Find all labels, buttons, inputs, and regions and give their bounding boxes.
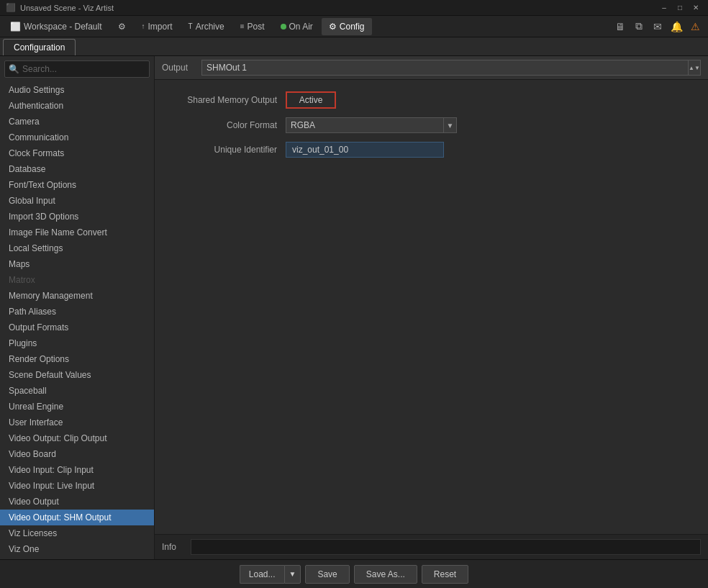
workspace-icon: ⬜ (10, 22, 21, 32)
post-label: Post (247, 22, 264, 32)
import-label: Import (148, 22, 173, 32)
archive-label: Archive (196, 22, 224, 32)
onair-dot-icon (281, 24, 286, 30)
sidebar-item-user-interface[interactable]: User Interface (0, 415, 154, 430)
sidebar-list: Audio Settings Authentication Camera Com… (0, 82, 154, 559)
content-spacer (155, 169, 708, 534)
minimize-button[interactable]: – (658, 3, 671, 13)
search-box: 🔍 (4, 60, 150, 78)
workspace-label: Workspace - Default (24, 22, 102, 32)
load-arrow-button[interactable]: ▼ (284, 565, 301, 584)
sidebar-item-spaceball[interactable]: Spaceball (0, 383, 154, 399)
sidebar-item-video-output[interactable]: Video Output (0, 494, 154, 510)
bell-icon[interactable]: 🔔 (669, 19, 684, 34)
sidebar-item-unreal-engine[interactable]: Unreal Engine (0, 399, 154, 415)
main-layout: 🔍 Audio Settings Authentication Camera C… (0, 56, 708, 559)
color-format-arrow-button[interactable]: ▼ (444, 117, 457, 133)
color-format-row: Color Format RGBA ▼ (169, 117, 694, 133)
sidebar-item-authentication[interactable]: Authentication (0, 98, 154, 114)
output-row: Output SHMOut 1 ▲▼ (155, 56, 708, 80)
color-format-select[interactable]: RGBA (286, 117, 444, 133)
maximize-button[interactable]: □ (673, 3, 686, 13)
shared-memory-row: Shared Memory Output Active (169, 91, 694, 109)
sidebar-item-output-formats[interactable]: Output Formats (0, 320, 154, 335)
unique-identifier-label: Unique Identifier (169, 145, 277, 155)
sidebar-item-database[interactable]: Database (0, 161, 154, 177)
sidebar-item-scene-default-values[interactable]: Scene Default Values (0, 367, 154, 383)
mail-icon[interactable]: ✉ (650, 19, 665, 34)
content-form: Shared Memory Output Active Color Format… (155, 80, 708, 169)
sidebar-item-memory-management[interactable]: Memory Management (0, 288, 154, 304)
info-field (191, 539, 701, 555)
load-button-split: Load... ▼ (240, 565, 301, 584)
unique-identifier-value: viz_out_01_00 (286, 142, 444, 158)
window-controls: – □ ✕ (658, 3, 702, 13)
unique-identifier-row: Unique Identifier viz_out_01_00 (169, 142, 694, 158)
color-format-select-wrapper: RGBA ▼ (286, 117, 457, 133)
sidebar-item-communication[interactable]: Communication (0, 130, 154, 145)
sidebar-item-video-output-clip-output[interactable]: Video Output: Clip Output (0, 430, 154, 446)
save-as-button[interactable]: Save As... (354, 565, 417, 584)
sidebar-item-font-text-options[interactable]: Font/Text Options (0, 177, 154, 193)
sidebar-item-camera[interactable]: Camera (0, 114, 154, 130)
layers-icon[interactable]: ⧉ (632, 19, 646, 34)
search-input[interactable] (4, 60, 150, 78)
sidebar: 🔍 Audio Settings Authentication Camera C… (0, 56, 155, 559)
color-format-label: Color Format (169, 120, 277, 130)
import-menu-item[interactable]: ↑ Import (135, 18, 180, 35)
sidebar-item-audio-settings[interactable]: Audio Settings (0, 82, 154, 98)
sidebar-item-path-aliases[interactable]: Path Aliases (0, 304, 154, 320)
output-arrows-button[interactable]: ▲▼ (688, 60, 701, 76)
sidebar-item-video-output-shm-output[interactable]: Video Output: SHM Output (0, 510, 154, 525)
archive-menu-item[interactable]: T Archive (181, 18, 232, 35)
post-prefix: ≡ (240, 22, 245, 30)
reset-button[interactable]: Reset (422, 565, 468, 584)
sidebar-item-render-options[interactable]: Render Options (0, 351, 154, 367)
sidebar-item-matrox: Matrox (0, 272, 154, 288)
sidebar-item-clock-formats[interactable]: Clock Formats (0, 145, 154, 161)
load-button[interactable]: Load... (240, 565, 284, 584)
sidebar-item-image-file-name-convert[interactable]: Image File Name Convert (0, 225, 154, 240)
output-select[interactable]: SHMOut 1 (201, 60, 701, 76)
tab-configuration[interactable]: Configuration (3, 39, 76, 55)
archive-prefix: T (189, 22, 193, 30)
output-label: Output (162, 63, 194, 73)
onair-menu-item[interactable]: On Air (273, 18, 320, 35)
save-button[interactable]: Save (305, 565, 349, 584)
output-select-wrapper: SHMOut 1 ▲▼ (201, 60, 701, 76)
plugins-icon: ⚙ (118, 22, 126, 32)
search-icon: 🔍 (9, 64, 19, 74)
config-menu-item[interactable]: ⚙ Config (322, 18, 372, 35)
sidebar-item-import-3d-options[interactable]: Import 3D Options (0, 209, 154, 225)
onair-label: On Air (289, 22, 313, 32)
sidebar-item-viz-licenses[interactable]: Viz Licenses (0, 525, 154, 541)
monitor-icon[interactable]: 🖥 (613, 19, 627, 34)
tabstrip: Configuration (0, 37, 708, 56)
shared-memory-label: Shared Memory Output (169, 95, 277, 105)
sidebar-item-video-input-clip-input[interactable]: Video Input: Clip Input (0, 462, 154, 478)
sidebar-item-maps[interactable]: Maps (0, 256, 154, 272)
bottom-toolbar: Load... ▼ Save Save As... Reset (0, 559, 708, 588)
menubar-right-icons: 🖥 ⧉ ✉ 🔔 ⚠ (613, 19, 705, 34)
config-gear-icon: ⚙ (329, 22, 337, 32)
config-label: Config (340, 22, 365, 32)
post-menu-item[interactable]: ≡ Post (233, 18, 272, 35)
titlebar: ⬛ Unsaved Scene - Viz Artist – □ ✕ (0, 0, 708, 16)
sidebar-item-video-board[interactable]: Video Board (0, 446, 154, 462)
content-area: Output SHMOut 1 ▲▼ Shared Memory Output … (155, 56, 708, 559)
window-title: Unsaved Scene - Viz Artist (20, 4, 658, 12)
sidebar-item-video-input-live-input[interactable]: Video Input: Live Input (0, 478, 154, 494)
info-label: Info (162, 542, 183, 552)
workspace-menu-item[interactable]: ⬜ Workspace - Default (3, 18, 109, 35)
info-bar: Info (155, 534, 708, 559)
warning-icon[interactable]: ⚠ (688, 19, 702, 34)
sidebar-item-global-input[interactable]: Global Input (0, 193, 154, 209)
app-icon: ⬛ (6, 3, 16, 12)
sidebar-item-local-settings[interactable]: Local Settings (0, 240, 154, 256)
active-button[interactable]: Active (286, 91, 336, 109)
menubar: ⬜ Workspace - Default ⚙ ↑ Import T Archi… (0, 16, 708, 37)
close-button[interactable]: ✕ (689, 3, 702, 13)
sidebar-item-viz-one[interactable]: Viz One (0, 541, 154, 557)
plugins-menu-item[interactable]: ⚙ (111, 18, 133, 35)
sidebar-item-plugins[interactable]: Plugins (0, 335, 154, 351)
